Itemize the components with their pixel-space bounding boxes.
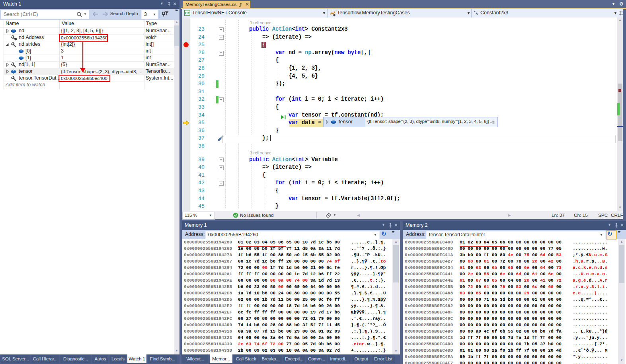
svg-text:C#: C# — [185, 11, 190, 15]
